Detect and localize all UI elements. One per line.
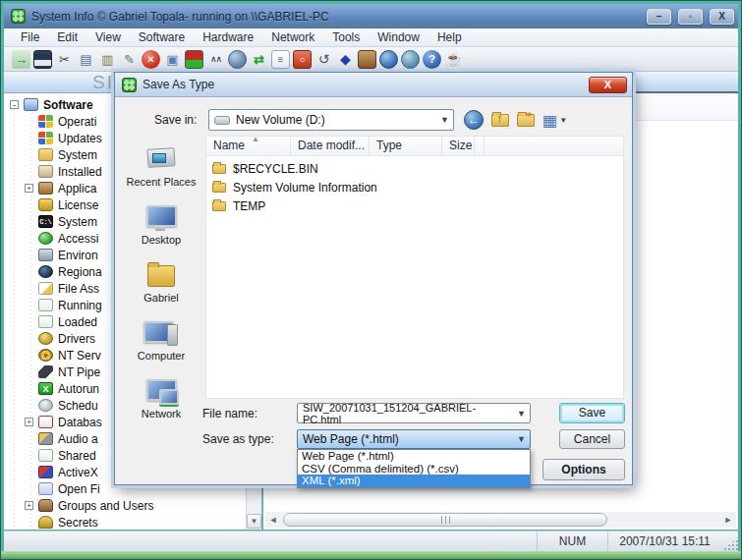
menu-item[interactable]: Network [262,28,323,46]
paste-icon[interactable]: ▥ [98,50,117,69]
copy-icon[interactable]: ▤ [77,50,95,69]
tree-item[interactable]: Secrets [4,514,246,530]
network-globe-icon[interactable] [401,50,420,69]
tree-item-icon [24,98,38,111]
scroll-right-icon[interactable]: ► [720,513,736,528]
stop-square-icon[interactable]: ○ [293,50,312,69]
views-menu-button[interactable]: ▦ ▼ [542,111,567,130]
type-option[interactable]: XML (*.xml) [298,475,530,487]
window-title: System Info © Gabriel Topala- running on… [31,10,329,24]
up-one-level-button[interactable]: ↑ [491,114,509,127]
save-as-type-dropdown-icon[interactable]: ▼ [513,434,530,444]
file-name-combobox[interactable]: SIW_20071031_151204_GABRIEL-PC.html ▼ [297,403,531,423]
place-desktop[interactable]: Desktop [142,203,181,246]
print-icon[interactable]: ✎ [120,50,139,69]
place-icon [143,377,179,405]
undo-icon[interactable]: ↺ [314,50,333,69]
close-button[interactable]: X [710,9,734,25]
tree-expander[interactable]: + [25,184,33,193]
scroll-down-icon[interactable]: ▼ [247,514,261,529]
column-header[interactable]: Date modif... [291,137,370,155]
menu-item[interactable]: Edit [48,28,86,46]
maximize-button[interactable]: ▫ [678,9,703,25]
dialog-close-button[interactable]: X [589,77,627,93]
save-icon[interactable] [33,50,52,69]
menu-item[interactable]: View [86,28,130,46]
drive-icon [214,116,230,125]
teapot-icon[interactable]: ☕ [444,50,463,69]
save-in-combobox[interactable]: New Volume (D:) ▼ [208,109,454,131]
toolbox-icon[interactable] [358,50,376,69]
minimize-button[interactable]: – [647,9,671,25]
menu-item[interactable]: Software [130,28,194,46]
scrollbar-thumb[interactable] [283,513,607,527]
place-label: Recent Places [127,176,197,188]
combo-dropdown-icon[interactable]: ▼ [436,115,453,125]
new-folder-button[interactable]: * [517,114,535,127]
scroll-left-icon[interactable]: ◄ [265,513,281,528]
tree-item-label: Open Fi [58,482,100,496]
menu-item[interactable]: Window [369,28,428,46]
place-computer[interactable]: Computer [138,319,185,362]
file-row[interactable]: TEMP [206,196,623,215]
back-button[interactable]: ← [464,110,484,130]
views-dropdown-icon: ▼ [559,116,567,125]
file-row[interactable]: $RECYCLE.BIN [206,159,623,178]
place-label: Network [142,408,181,420]
exit-icon[interactable]: → [12,50,30,69]
file-name: TEMP [233,199,265,213]
tree-item-label: Groups and Users [58,499,153,513]
place-label: Computer [138,350,185,362]
stop-icon[interactable]: × [142,50,160,69]
refresh-icon[interactable]: ⇄ [250,50,268,69]
document-icon[interactable]: ≡ [271,50,290,69]
save-button[interactable]: Save [559,403,625,423]
graph-icon[interactable]: ∧∧ [206,50,225,69]
tree-expander[interactable]: + [25,418,33,426]
menu-item[interactable]: Help [428,28,471,46]
application-window: System Info © Gabriel Topala- running on… [0,0,742,560]
menu-item[interactable]: Tools [323,28,369,46]
column-header[interactable] [475,137,485,155]
place-recent-places[interactable]: Recent Places [127,145,197,188]
cancel-button[interactable]: Cancel [559,429,625,449]
dialog-title-bar[interactable]: Save As Type X [115,73,632,97]
tree-item-icon [38,332,53,345]
file-name-dropdown-icon[interactable]: ▼ [513,409,530,419]
web-icon[interactable] [379,50,398,69]
tree-item-label: Drivers [58,332,95,346]
status-spacer [4,532,537,551]
file-row[interactable]: System Volume Information [206,178,623,196]
type-option[interactable]: Web Page (*.html) [298,450,530,463]
type-options-dropdown: Web Page (*.html) CSV (Comma delimited) … [297,449,531,488]
menu-item[interactable]: File [12,28,48,46]
place-gabriel[interactable]: Gabriel [143,261,179,304]
save-in-value: New Volume (D:) [236,113,325,127]
column-header[interactable]: Name▲ [206,137,291,155]
menu-item[interactable]: Hardware [194,28,262,46]
column-header[interactable]: Type [370,137,442,155]
help-icon[interactable]: ? [423,50,441,69]
file-name-value: SIW_20071031_151204_GABRIEL-PC.html [303,402,513,425]
column-header[interactable]: Size [442,137,475,155]
save-as-type-value: Web Page (*.html) [303,432,399,446]
report-icon[interactable]: ▣ [163,50,182,69]
tree-expander[interactable]: + [25,501,33,510]
globe-icon[interactable] [228,50,247,69]
tree-item[interactable]: + Groups and Users [4,497,246,514]
tree-item-icon [38,132,53,144]
tree-item-icon [38,299,53,311]
tree-item-icon [38,365,53,378]
cut-icon[interactable]: ✂ [55,50,74,69]
shield-icon[interactable]: ◆ [336,50,355,69]
tree-item-label: Applica [58,182,96,196]
type-option[interactable]: CSV (Comma delimited) (*.csv) [298,463,530,476]
place-network[interactable]: Network [142,377,181,420]
horizontal-scrollbar[interactable]: ◄ ► [265,512,736,528]
memory-icon[interactable] [185,50,203,69]
resize-grip[interactable] [721,537,738,551]
tree-expander[interactable]: - [10,100,19,109]
tree-item-icon [38,382,53,395]
save-as-type-combobox[interactable]: Web Page (*.html) ▼ [297,429,531,449]
options-button[interactable]: Options [542,459,625,480]
